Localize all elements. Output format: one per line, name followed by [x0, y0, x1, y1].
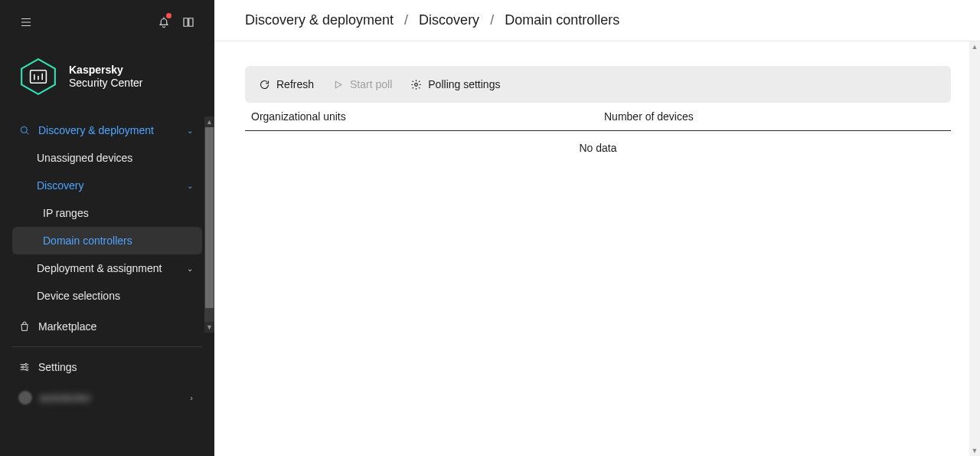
scrollbar-track[interactable]	[969, 52, 980, 445]
refresh-button[interactable]: Refresh	[259, 78, 314, 90]
sidebar-item-ip-ranges[interactable]: IP ranges	[0, 199, 214, 227]
hamburger-menu-icon[interactable]	[14, 10, 38, 34]
table-empty-state: No data	[245, 131, 951, 165]
brand-title-line2: Security Center	[69, 77, 142, 90]
start-poll-button: Start poll	[332, 78, 392, 90]
chevron-right-icon: ›	[190, 393, 193, 402]
nav-separator	[12, 346, 202, 347]
brand: Kaspersky Security Center	[0, 44, 214, 116]
chevron-down-icon: ⌄	[187, 182, 193, 190]
table-header-number-of-devices[interactable]: Number of devices	[598, 103, 951, 131]
play-icon	[332, 79, 344, 90]
content-scrollbar[interactable]: ▲ ▼	[969, 41, 980, 456]
start-poll-label: Start poll	[350, 78, 392, 90]
polling-settings-button[interactable]: Polling settings	[410, 78, 500, 90]
sidebar-item-label: Marketplace	[38, 320, 96, 333]
sidebar-item-deployment-assignment[interactable]: Deployment & assignment ⌄	[0, 254, 214, 282]
brand-logo-icon	[18, 57, 58, 97]
main: Discovery & deployment / Discovery / Dom…	[214, 0, 980, 456]
breadcrumb-item-0[interactable]: Discovery & deployment	[245, 12, 394, 28]
sidebar-item-label: IP ranges	[43, 207, 89, 219]
sidebar-item-label: Unassigned devices	[37, 152, 132, 164]
sidebar-topbar	[0, 0, 214, 44]
sidebar-item-domain-controllers[interactable]: Domain controllers	[12, 227, 202, 254]
sidebar-scrollbar[interactable]: ▲ ▼	[204, 116, 214, 333]
breadcrumb-separator: /	[490, 12, 494, 28]
sidebar-item-marketplace[interactable]: Marketplace	[0, 313, 214, 340]
sidebar-item-discovery-deployment[interactable]: Discovery & deployment ⌄	[0, 116, 214, 144]
sidebar: Kaspersky Security Center Discovery & de…	[0, 0, 214, 456]
book-icon[interactable]	[176, 10, 201, 34]
avatar-icon	[18, 391, 32, 405]
sidebar-user[interactable]: autotester ›	[0, 381, 214, 415]
notifications-icon[interactable]	[152, 10, 176, 34]
scroll-up-icon[interactable]: ▲	[204, 116, 214, 127]
gear-icon	[410, 79, 422, 90]
chevron-down-icon: ⌄	[187, 126, 193, 135]
brand-title-line1: Kaspersky	[69, 64, 142, 77]
sidebar-item-unassigned-devices[interactable]: Unassigned devices	[0, 144, 214, 172]
chevron-down-icon: ⌄	[187, 264, 193, 273]
scrollbar-thumb[interactable]	[205, 127, 214, 308]
sliders-icon	[18, 361, 31, 373]
table-header-organizational-units[interactable]: Organizational units	[245, 103, 598, 131]
svg-point-2	[21, 126, 27, 133]
sidebar-item-label: Device selections	[37, 290, 120, 302]
breadcrumb-item-2: Domain controllers	[505, 12, 619, 28]
polling-settings-label: Polling settings	[428, 78, 500, 90]
brand-title: Kaspersky Security Center	[69, 64, 142, 90]
sidebar-item-label: Discovery	[37, 179, 83, 192]
svg-point-5	[26, 369, 28, 371]
sidebar-item-device-selections[interactable]: Device selections	[0, 282, 214, 310]
breadcrumb-item-1[interactable]: Discovery	[419, 12, 479, 28]
bag-icon	[18, 320, 31, 333]
breadcrumb-separator: /	[404, 12, 408, 28]
refresh-label: Refresh	[276, 78, 314, 90]
sidebar-item-label: Domain controllers	[43, 235, 132, 247]
sidebar-nav: Discovery & deployment ⌄ Unassigned devi…	[0, 116, 214, 456]
sidebar-item-discovery[interactable]: Discovery ⌄	[0, 172, 214, 199]
refresh-icon	[259, 79, 270, 90]
scroll-down-icon[interactable]: ▼	[204, 322, 214, 333]
toolbar: Refresh Start poll Polling settings	[245, 66, 951, 103]
svg-point-4	[22, 366, 24, 369]
sidebar-item-label: Deployment & assignment	[37, 262, 162, 274]
search-icon	[18, 124, 31, 136]
results-table: Organizational units Number of devices	[245, 103, 951, 131]
sidebar-item-settings[interactable]: Settings	[0, 353, 214, 381]
scroll-up-icon[interactable]: ▲	[972, 41, 978, 52]
scroll-down-icon[interactable]: ▼	[972, 445, 978, 456]
svg-point-3	[25, 363, 28, 366]
content-area: Refresh Start poll Polling settings Or	[214, 41, 980, 456]
sidebar-user-name: autotester	[40, 392, 91, 404]
svg-point-6	[415, 83, 418, 86]
sidebar-item-label: Settings	[38, 361, 77, 373]
sidebar-item-label: Discovery & deployment	[38, 124, 154, 136]
breadcrumb: Discovery & deployment / Discovery / Dom…	[214, 0, 980, 41]
notifications-badge	[166, 13, 172, 18]
